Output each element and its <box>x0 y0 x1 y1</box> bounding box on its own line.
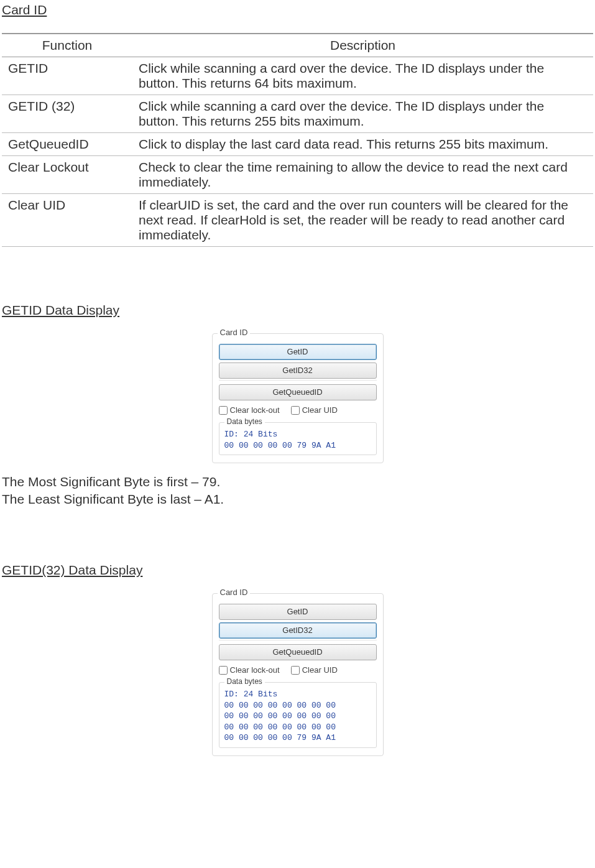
screenshot-panel-2: Card ID GetID GetID32 GetQueuedID Clear … <box>2 593 593 756</box>
clear-lockout-checkbox[interactable]: Clear lock-out <box>219 405 280 415</box>
cell-function: GetQueuedID <box>2 133 132 156</box>
cell-function: Clear Lockout <box>2 156 132 194</box>
data-bytes-title: Data bytes <box>224 677 265 686</box>
clear-lockout-input[interactable] <box>219 666 228 675</box>
table-row: Clear Lockout Check to clear the time re… <box>2 156 593 194</box>
card-id-groupbox: Card ID GetID GetID32 GetQueuedID Clear … <box>212 333 384 463</box>
separator <box>219 640 377 640</box>
clear-lockout-input[interactable] <box>219 406 228 415</box>
clear-uid-checkbox[interactable]: Clear UID <box>291 405 338 415</box>
heading-getid32-display: GETID(32) Data Display <box>2 563 593 578</box>
clear-uid-input[interactable] <box>291 666 300 675</box>
function-table: Function Description GETID Click while s… <box>2 33 593 247</box>
getqueuedid-button[interactable]: GetQueuedID <box>219 644 377 660</box>
cell-function: GETID <box>2 57 132 95</box>
table-row: GETID Click while scanning a card over t… <box>2 57 593 95</box>
clear-uid-label: Clear UID <box>302 405 338 415</box>
data-bytes-group: Data bytes ID: 24 Bits 00 00 00 00 00 79… <box>219 422 377 455</box>
cell-description: Click to display the last card data read… <box>132 133 593 156</box>
groupbox-title: Card ID <box>218 588 251 597</box>
screenshot-panel-1: Card ID GetID GetID32 GetQueuedID Clear … <box>2 333 593 463</box>
cell-description: Check to clear the time remaining to all… <box>132 156 593 194</box>
data-bytes-output: ID: 24 Bits 00 00 00 00 00 00 00 00 00 0… <box>224 689 371 744</box>
lsb-text: The Least Significant Byte is last – A1. <box>2 492 593 507</box>
cell-function: Clear UID <box>2 194 132 247</box>
col-function: Function <box>2 34 132 57</box>
data-bytes-group: Data bytes ID: 24 Bits 00 00 00 00 00 00… <box>219 682 377 748</box>
col-description: Description <box>132 34 593 57</box>
table-row: GetQueuedID Click to display the last ca… <box>2 133 593 156</box>
data-bytes-title: Data bytes <box>224 417 265 426</box>
heading-getid-display: GETID Data Display <box>2 303 593 318</box>
clear-uid-input[interactable] <box>291 406 300 415</box>
groupbox-title: Card ID <box>218 328 251 337</box>
getid32-button[interactable]: GetID32 <box>219 362 377 379</box>
cell-description: Click while scanning a card over the dev… <box>132 57 593 95</box>
clear-lockout-checkbox[interactable]: Clear lock-out <box>219 665 280 675</box>
clear-lockout-label: Clear lock-out <box>230 405 280 415</box>
cell-description: If clearUID is set, the card and the ove… <box>132 194 593 247</box>
cell-function: GETID (32) <box>2 95 132 133</box>
clear-lockout-label: Clear lock-out <box>230 665 280 675</box>
getid32-button[interactable]: GetID32 <box>219 622 377 639</box>
clear-uid-checkbox[interactable]: Clear UID <box>291 665 338 675</box>
msb-text: The Most Significant Byte is first – 79. <box>2 474 593 489</box>
getid-button[interactable]: GetID <box>219 604 377 620</box>
getqueuedid-button[interactable]: GetQueuedID <box>219 384 377 400</box>
data-bytes-output: ID: 24 Bits 00 00 00 00 00 79 9A A1 <box>224 429 371 451</box>
cell-description: Click while scanning a card over the dev… <box>132 95 593 133</box>
card-id-groupbox: Card ID GetID GetID32 GetQueuedID Clear … <box>212 593 384 756</box>
table-row: Clear UID If clearUID is set, the card a… <box>2 194 593 247</box>
heading-card-id: Card ID <box>2 2 593 17</box>
separator <box>219 380 377 381</box>
getid-button[interactable]: GetID <box>219 344 377 360</box>
table-row: GETID (32) Click while scanning a card o… <box>2 95 593 133</box>
clear-uid-label: Clear UID <box>302 665 338 675</box>
